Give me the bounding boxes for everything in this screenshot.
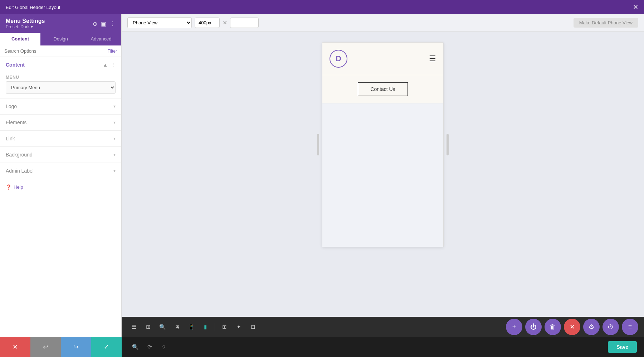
wireframe-icon-btn[interactable]: ⊞ xyxy=(218,320,231,333)
help-label: Help xyxy=(14,184,23,190)
help-circle-icon: ❓ xyxy=(6,184,11,190)
search-input[interactable] xyxy=(4,48,101,54)
help-button[interactable]: ❓ Help xyxy=(0,179,29,196)
layout-grid-icon-btn[interactable]: ⊟ xyxy=(247,320,259,333)
background-chevron-icon: ▾ xyxy=(113,152,116,157)
clear-icon[interactable]: ✕ xyxy=(223,19,227,26)
grid-icon-btn[interactable]: ⊞ xyxy=(142,320,155,333)
resize-handle-left[interactable] xyxy=(317,134,319,155)
footer: ✕ ↩ ↪ ✓ 🔍 ⟳ ? Save xyxy=(0,337,644,357)
cancel-button[interactable]: ✕ xyxy=(564,319,580,335)
redo-button[interactable]: ↪ xyxy=(61,337,91,357)
logo-letter: D xyxy=(336,54,341,63)
bottom-right-area: + ⏻ 🗑 ✕ ⚙ ⏱ ≡ xyxy=(261,319,638,335)
collapsible-link[interactable]: Link ▾ xyxy=(0,130,121,146)
power-button[interactable]: ⏻ xyxy=(525,319,542,335)
panel-body: Content ▲ ⋮ Menu Primary Menu Footer Men… xyxy=(0,57,121,337)
view-toolbar: Phone View Tablet View Desktop View ✕ Ma… xyxy=(122,14,644,32)
phone-preview: D ☰ Contact Us xyxy=(322,42,444,247)
panel-header: Menu Settings Preset: Dark ▾ ⊕ ▣ ⋮ xyxy=(0,14,121,33)
clock-button[interactable]: ⏱ xyxy=(602,319,619,335)
filter-button[interactable]: + Filter xyxy=(104,49,117,54)
tabs: Content Design Advanced xyxy=(0,33,121,45)
panel-title: Menu Settings xyxy=(6,18,45,24)
collapsible-elements[interactable]: Elements ▾ xyxy=(0,114,121,130)
ai-icon-btn[interactable]: ✦ xyxy=(232,320,245,333)
menu-select[interactable]: Primary Menu Footer Menu Mobile Menu xyxy=(6,81,116,94)
canvas: D ☰ Contact Us xyxy=(122,32,644,317)
canvas-area: Phone View Tablet View Desktop View ✕ Ma… xyxy=(122,14,644,337)
main-layout: Menu Settings Preset: Dark ▾ ⊕ ▣ ⋮ Conte… xyxy=(0,14,644,337)
footer-refresh-icon[interactable]: ⟳ xyxy=(143,341,156,353)
discard-button[interactable]: ✕ xyxy=(0,337,30,357)
tab-advanced[interactable]: Advanced xyxy=(81,33,121,45)
more-icon[interactable]: ⋮ xyxy=(110,20,116,27)
link-label: Link xyxy=(6,136,15,141)
collapsible-logo[interactable]: Logo ▾ xyxy=(0,98,121,114)
preset-icon[interactable]: ⊕ xyxy=(93,20,97,27)
background-label: Background xyxy=(6,152,33,158)
undo-button[interactable]: ↩ xyxy=(30,337,61,357)
action-bar: ✕ ↩ ↪ ✓ xyxy=(0,337,122,357)
section-collapse-icon[interactable]: ▲ xyxy=(103,62,108,68)
logo-chevron-icon: ▾ xyxy=(113,104,116,109)
admin-label-chevron-icon: ▾ xyxy=(113,168,116,173)
tab-design[interactable]: Design xyxy=(40,33,81,45)
bottom-toolbar: ☰ ⊞ 🔍 🖥 📱 ▮ ⊞ ✦ ⊟ + ⏻ 🗑 ✕ ⚙ ⏱ ≡ xyxy=(122,317,644,337)
collapsible-background[interactable]: Background ▾ xyxy=(0,146,121,163)
search-bar: + Filter xyxy=(0,45,121,57)
phone-icon-btn[interactable]: ▮ xyxy=(199,320,212,333)
save-button[interactable]: Save xyxy=(608,341,637,353)
admin-label-label: Admin Label xyxy=(6,168,34,174)
add-button[interactable]: + xyxy=(506,319,522,335)
footer-bar: 🔍 ⟳ ? Save xyxy=(122,337,644,357)
separator xyxy=(215,323,215,331)
footer-left: 🔍 ⟳ ? xyxy=(129,341,170,353)
close-icon[interactable]: ✕ xyxy=(633,3,638,11)
delete-button[interactable]: 🗑 xyxy=(545,319,561,335)
footer-search-icon[interactable]: 🔍 xyxy=(129,341,142,353)
footer-right: Save xyxy=(608,341,637,353)
footer-help-icon[interactable]: ? xyxy=(157,341,170,353)
menu-icon-btn[interactable]: ☰ xyxy=(127,320,140,333)
preview-header: D ☰ xyxy=(322,43,443,75)
extra-input[interactable] xyxy=(230,18,259,28)
preview-logo: D xyxy=(330,50,347,68)
elements-label: Elements xyxy=(6,120,26,125)
content-section-title: Content xyxy=(6,62,25,68)
layout-icon[interactable]: ▣ xyxy=(101,20,106,27)
preset-label[interactable]: Preset: Dark ▾ xyxy=(6,24,45,29)
logo-label: Logo xyxy=(6,103,17,109)
top-bar: Edit Global Header Layout ✕ xyxy=(0,0,644,14)
default-phone-button[interactable]: Make Default Phone View xyxy=(574,18,638,28)
desktop-icon-btn[interactable]: 🖥 xyxy=(170,320,183,333)
resize-handle-right[interactable] xyxy=(447,134,449,155)
tab-content[interactable]: Content xyxy=(0,33,40,45)
link-chevron-icon: ▾ xyxy=(113,136,116,141)
elements-chevron-icon: ▾ xyxy=(113,120,116,125)
menu-label: Menu xyxy=(0,71,121,81)
contact-us-button[interactable]: Contact Us xyxy=(358,82,408,96)
preview-menu-dropdown: Contact Us xyxy=(322,75,443,103)
content-section-header: Content ▲ ⋮ xyxy=(0,57,121,71)
collapsible-admin-label[interactable]: Admin Label ▾ xyxy=(0,163,121,179)
menu-field: Menu Primary Menu Footer Menu Mobile Men… xyxy=(0,71,121,98)
left-panel: Menu Settings Preset: Dark ▾ ⊕ ▣ ⋮ Conte… xyxy=(0,14,122,337)
more-button[interactable]: ≡ xyxy=(622,319,638,335)
top-bar-title: Edit Global Header Layout xyxy=(6,5,60,10)
section-more-icon[interactable]: ⋮ xyxy=(111,62,116,68)
preview-container: D ☰ Contact Us xyxy=(322,42,444,247)
tablet-icon-btn[interactable]: 📱 xyxy=(185,320,197,333)
hamburger-icon[interactable]: ☰ xyxy=(429,54,436,63)
settings-button[interactable]: ⚙ xyxy=(583,319,600,335)
search-icon-btn[interactable]: 🔍 xyxy=(156,320,169,333)
preview-body xyxy=(322,103,443,247)
apply-button[interactable]: ✓ xyxy=(91,337,122,357)
px-input[interactable] xyxy=(195,18,220,28)
view-select[interactable]: Phone View Tablet View Desktop View xyxy=(127,17,192,28)
